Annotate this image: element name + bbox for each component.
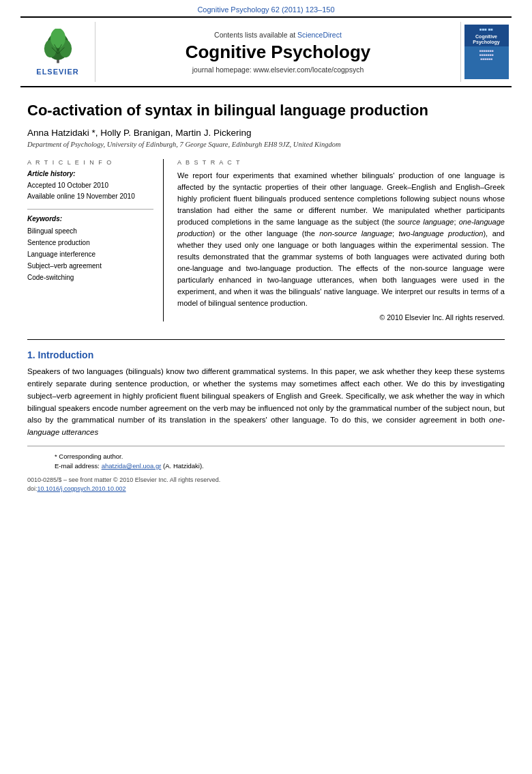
svg-point-4	[50, 29, 65, 48]
elsevier-tree-icon	[38, 29, 78, 66]
article-history-label: Article history:	[27, 170, 153, 177]
article-title: Co-activation of syntax in bilingual lan…	[27, 101, 505, 121]
intro-title: 1. Introduction	[27, 349, 505, 360]
journal-center-info: Contents lists available at ScienceDirec…	[95, 22, 460, 82]
journal-header: ELSEVIER Contents lists available at Sci…	[20, 16, 512, 87]
keyword-item: Sentence production	[27, 237, 153, 248]
contents-available-line: Contents lists available at ScienceDirec…	[214, 31, 342, 39]
footnote-corresponding: * Corresponding author.	[55, 452, 477, 461]
footnote-area: * Corresponding author. E-mail address: …	[27, 446, 505, 472]
two-col-section: A R T I C L E I N F O Article history: A…	[27, 159, 505, 322]
article-info-header: A R T I C L E I N F O	[27, 159, 153, 166]
journal-cover-image: ■■■ ■■ CognitivePsychology ■■■■■■■■■■■■■…	[460, 22, 512, 82]
footnote-email: E-mail address: ahatzida@enl.uoa.gr (A. …	[55, 461, 477, 471]
bottom-bar: 0010-0285/$ – see front matter © 2010 El…	[0, 472, 532, 497]
keyword-item: Language interference	[27, 248, 153, 260]
section-divider	[27, 339, 505, 340]
article-dates: Accepted 10 October 2010 Available onlin…	[27, 180, 153, 202]
issn-line: 0010-0285/$ – see front matter © 2010 El…	[27, 476, 505, 485]
doi-link[interactable]: 10.1016/j.cogpsych.2010.10.002	[38, 485, 126, 492]
keywords-label: Keywords:	[27, 215, 153, 223]
sciencedirect-link[interactable]: ScienceDirect	[297, 31, 342, 39]
cover-thumbnail: ■■■ ■■ CognitivePsychology ■■■■■■■■■■■■■…	[464, 25, 509, 79]
info-divider	[27, 209, 153, 210]
abstract-text: We report four experiments that examined…	[177, 170, 505, 310]
intro-body: Speakers of two languages (bilinguals) k…	[27, 366, 505, 439]
keyword-item: Subject–verb agreement	[27, 260, 153, 272]
copyright-line: © 2010 Elsevier Inc. All rights reserved…	[177, 313, 505, 321]
journal-title: Cognitive Psychology	[186, 42, 371, 63]
affiliation: Department of Psychology, University of …	[27, 141, 505, 148]
abstract-header: A B S T R A C T	[177, 159, 505, 166]
elsevier-logo: ELSEVIER	[20, 22, 95, 82]
authors: Anna Hatzidaki *, Holly P. Branigan, Mar…	[27, 128, 505, 138]
keyword-item: Code-switching	[27, 272, 153, 283]
keyword-item: Bilingual speech	[27, 225, 153, 237]
journal-homepage: journal homepage: www.elsevier.com/locat…	[192, 66, 364, 74]
keywords-list: Bilingual speech Sentence production Lan…	[27, 225, 153, 283]
abstract-col: A B S T R A C T We report four experimen…	[177, 159, 505, 322]
doi-line: doi:10.1016/j.cogpsych.2010.10.002	[27, 485, 505, 494]
elsevier-label: ELSEVIER	[36, 68, 78, 76]
email-link[interactable]: ahatzida@enl.uoa.gr	[102, 462, 162, 470]
article-area: Co-activation of syntax in bilingual lan…	[0, 87, 532, 339]
article-info-col: A R T I C L E I N F O Article history: A…	[27, 159, 164, 322]
top-citation: Cognitive Psychology 62 (2011) 123–150	[0, 0, 532, 16]
introduction-section: 1. Introduction Speakers of two language…	[0, 349, 532, 439]
